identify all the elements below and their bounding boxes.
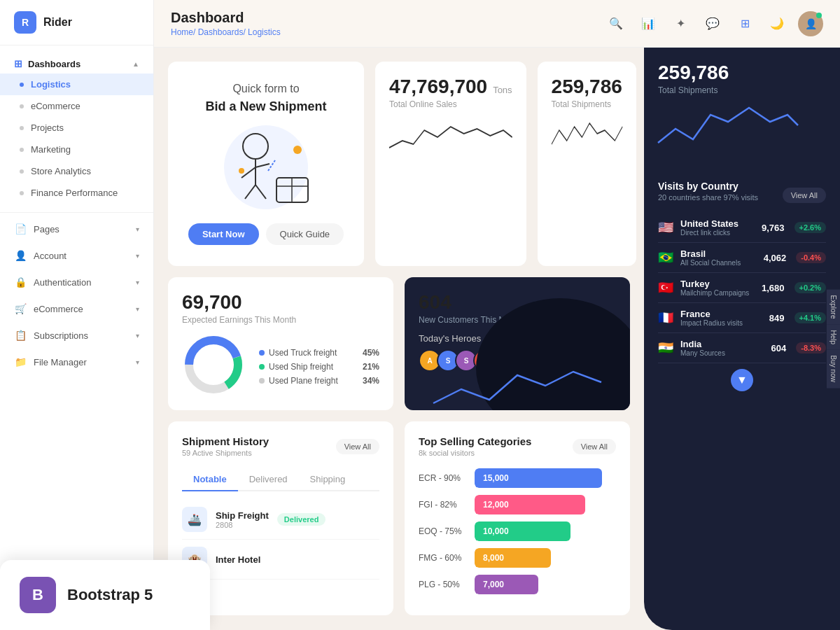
visits-title-wrap: Visits by Country 20 countries share 97%… xyxy=(658,181,758,210)
right-chart xyxy=(658,101,798,150)
svg-point-10 xyxy=(239,168,244,174)
pages-icon: 📄 xyxy=(14,223,27,235)
dot-icon xyxy=(20,191,24,195)
tab-notable[interactable]: Notable xyxy=(182,468,238,491)
categories-view-all[interactable]: View All xyxy=(573,439,616,454)
svg-line-5 xyxy=(255,185,266,199)
tab-delivered[interactable]: Delivered xyxy=(238,468,299,491)
sidebar-item-subscriptions[interactable]: 📋 Subscriptions ▾ xyxy=(0,322,153,349)
visits-subtitle: 20 countries share 97% visits xyxy=(658,193,758,202)
help-label[interactable]: Help xyxy=(827,324,840,350)
sidebar-logo: R Rider xyxy=(0,0,153,46)
svg-point-0 xyxy=(243,134,268,159)
shipment-title: Shipment History xyxy=(182,435,269,447)
sidebar-item-store-analytics[interactable]: Store Analytics xyxy=(0,160,153,182)
svg-point-9 xyxy=(293,146,302,154)
categories-header: Top Selling Categories 8k social visitor… xyxy=(419,435,616,457)
sidebar-item-marketing[interactable]: Marketing xyxy=(0,139,153,160)
categories-subtitle: 8k social visitors xyxy=(419,449,531,457)
country-row-fr: 🇫🇷 France Impact Radius visits 849 +4.1% xyxy=(658,303,826,333)
sidebar-item-authentication[interactable]: 🔒 Authentication ▾ xyxy=(0,269,153,295)
bar-track-eoq: 10,000 xyxy=(475,522,616,541)
bar-track-plg: 7,000 xyxy=(475,575,616,594)
dashboards-label: Dashboards xyxy=(28,59,80,69)
svg-line-4 xyxy=(245,185,255,199)
shipment-header: Shipment History 59 Active Shipments Vie… xyxy=(182,435,379,457)
sidebar-item-logistics[interactable]: Logistics xyxy=(0,74,153,95)
app-name: Rider xyxy=(43,16,72,29)
more-countries-button[interactable]: ▼ xyxy=(731,369,753,391)
legend-ship: Used Ship freight 21% xyxy=(259,362,379,372)
plane-dot xyxy=(259,378,265,384)
table-row: 🚢 Ship Freight 2808 Delivered xyxy=(182,500,379,540)
shipment-subtitle: 59 Active Shipments xyxy=(182,449,269,457)
list-item: ECR - 90% 15,000 xyxy=(419,468,616,488)
sidebar-item-finance[interactable]: Finance Performance xyxy=(0,182,153,204)
flag-in: 🇮🇳 xyxy=(658,340,675,356)
list-item: EOQ - 75% 10,000 xyxy=(419,522,616,541)
sidebar-item-filemanager[interactable]: 📁 File Manager ▾ xyxy=(0,349,153,375)
earnings-value: 69,700 xyxy=(182,291,379,314)
breadcrumb-home[interactable]: Home/ xyxy=(171,27,195,37)
pages-chevron: ▾ xyxy=(136,225,139,233)
sales-unit: Tons xyxy=(493,85,512,95)
grid-icon[interactable]: ⊞ xyxy=(734,13,756,35)
change-br: -0.4% xyxy=(796,252,826,263)
sidebar-item-account[interactable]: 👤 Account ▾ xyxy=(0,242,153,269)
visits-title: Visits by Country xyxy=(658,181,758,192)
promo-buttons: Start Now Quick Guide xyxy=(188,223,344,245)
chat-icon[interactable]: 💬 xyxy=(701,13,724,35)
bar-track-ecr: 15,000 xyxy=(475,468,616,488)
total-shipments-card: 259,786 Total Shipments xyxy=(538,62,636,266)
dot-icon xyxy=(20,169,24,174)
buy-now-label[interactable]: Buy now xyxy=(827,350,840,388)
bar-fill-fgi: 12,000 xyxy=(475,495,585,514)
bar-track-fgi: 12,000 xyxy=(475,495,616,514)
country-info-tr: Turkey Mailchimp Campaigns xyxy=(680,279,749,297)
sidebar: R Rider ⊞ Dashboards ▲ Logistics eCommer… xyxy=(0,0,154,630)
flag-tr: 🇹🇷 xyxy=(658,280,675,295)
shipment-name2: Inter Hotel xyxy=(216,554,260,565)
bar-label-eoq: EOQ - 75% xyxy=(419,526,468,536)
bar-fill-ecr: 15,000 xyxy=(475,468,602,488)
start-now-button[interactable]: Start Now xyxy=(188,223,259,245)
categories-title-wrap: Top Selling Categories 8k social visitor… xyxy=(419,435,531,457)
truck-dot xyxy=(259,350,265,356)
bar-track-fmg: 8,000 xyxy=(475,548,616,568)
breadcrumb-dashboards[interactable]: Dashboards/ xyxy=(198,27,246,37)
tab-shipping[interactable]: Shipping xyxy=(299,468,357,491)
explore-label[interactable]: Explore xyxy=(827,290,840,325)
content: Quick form to Bid a New Shipment xyxy=(154,48,840,630)
sidebar-item-projects[interactable]: Projects xyxy=(0,117,153,139)
quick-guide-button[interactable]: Quick Guide xyxy=(266,223,344,245)
change-us: +2.6% xyxy=(794,222,827,233)
right-stat-value: 259,786 xyxy=(658,62,826,84)
shipment-info2: Inter Hotel xyxy=(216,554,260,565)
shipment-tabs: Notable Delivered Shipping xyxy=(182,468,379,491)
dashboards-header[interactable]: ⊞ Dashboards ▲ xyxy=(0,51,153,74)
sidebar-item-pages[interactable]: 📄 Pages ▾ xyxy=(0,216,153,242)
dashboards-chevron: ▲ xyxy=(132,60,139,68)
sidebar-item-ecommerce[interactable]: eCommerce xyxy=(0,95,153,117)
country-info-br: Brasil All Social Channels xyxy=(680,248,741,267)
moon-icon[interactable]: 🌙 xyxy=(766,13,788,35)
shipment-view-all[interactable]: View All xyxy=(336,439,379,454)
right-panel: Explore Help Buy now 259,786 Total Shipm… xyxy=(644,48,840,630)
categories-title: Top Selling Categories xyxy=(419,435,531,447)
bar-label-plg: PLG - 50% xyxy=(419,580,468,589)
shipment-title-wrap: Shipment History 59 Active Shipments xyxy=(182,435,269,457)
avatar-wrap: 👤 xyxy=(798,11,823,36)
search-icon[interactable]: 🔍 xyxy=(605,13,627,35)
total-online-sales-card: 47,769,700 Tons Total Online Sales xyxy=(375,62,526,266)
bootstrap-icon: B xyxy=(20,577,56,613)
settings-icon[interactable]: ✦ xyxy=(669,13,692,35)
legend-plane: Used Plane freight 34% xyxy=(259,376,379,386)
page-title: Dashboard xyxy=(171,10,281,26)
chart-icon[interactable]: 📊 xyxy=(637,13,659,35)
visits-view-all[interactable]: View All xyxy=(783,188,826,203)
earnings-label: Expected Earnings This Month xyxy=(182,315,379,325)
fm-chevron: ▾ xyxy=(136,358,139,366)
sidebar-item-ecommerce2[interactable]: 🛒 eCommerce ▾ xyxy=(0,295,153,322)
total-sales-value: 47,769,700 xyxy=(389,76,487,98)
ecommerce-chevron: ▾ xyxy=(136,305,139,313)
